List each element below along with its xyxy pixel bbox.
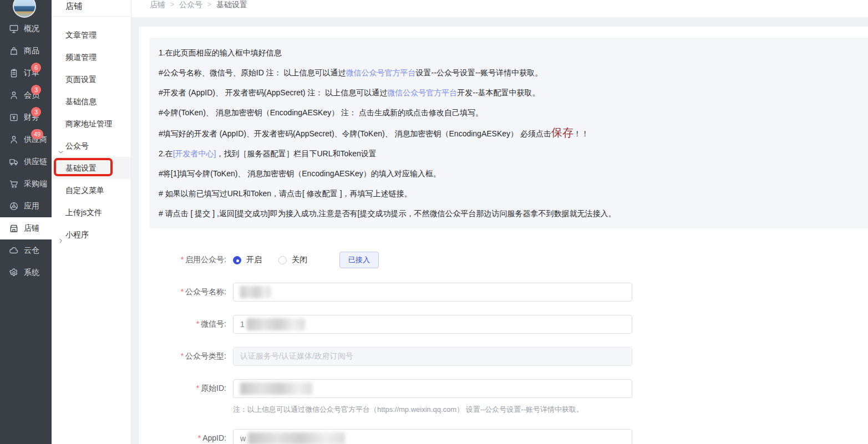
notification-badge: 6 (31, 63, 41, 73)
appid-value-prefix: w (240, 434, 246, 443)
original-id-redacted-value (240, 382, 312, 395)
radio-dot-icon (278, 256, 287, 264)
enable-official-account-label: *启用公众号: (139, 255, 226, 265)
official-account-type-label: *公众号类型: (139, 347, 226, 361)
sidebar-item-system[interactable]: 系统 (0, 262, 52, 284)
submenu-item-page-settings[interactable]: 页面设置 (52, 68, 131, 90)
sidebar-item-supply-chain[interactable]: 供应链 (0, 151, 52, 173)
instruction-line: # 请点击 [ 提交 ] ,返回[提交成功]即为接入成功,注意是否有[提交成功提… (159, 203, 855, 223)
instruction-line: #将[1]填写令牌(ToKen)、 消息加密密钥（EncodingAESKey）… (159, 164, 855, 183)
breadcrumb-item[interactable]: 店铺 (150, 0, 165, 9)
radio-label: 关闭 (292, 255, 307, 265)
instruction-link[interactable]: 微信公众号官方平台 (346, 68, 416, 77)
sidebar-item-procurement[interactable]: 采购端 (0, 173, 52, 195)
instruction-link[interactable]: [开发者中心] (173, 149, 216, 158)
sidebar-item-orders[interactable]: 订单6 (0, 62, 52, 84)
sidebar-item-label: 采购端 (24, 179, 47, 189)
form-row-official-account-name: *公众号名称: (139, 283, 868, 302)
instruction-text: 设置--公众号设置--账号详情中获取。 (416, 68, 543, 77)
wechat-id-input[interactable]: 1 (233, 315, 632, 334)
submenu-item-mini-program[interactable]: 小程序 (52, 223, 131, 246)
submenu-item-label: 文章管理 (65, 30, 97, 39)
sidebar-item-goods[interactable]: 商品 (0, 40, 52, 62)
instruction-text: # 请点击 [ 提交 ] ,返回[提交成功]即为接入成功,注意是否有[提交成功提… (159, 209, 616, 218)
sidebar-item-label: 概况 (24, 24, 39, 34)
radio-off[interactable]: 关闭 (278, 255, 307, 265)
breadcrumb: 店铺>公众号>基础设置 (150, 0, 868, 9)
required-asterisk: * (198, 433, 201, 442)
appid-input[interactable]: w (233, 429, 632, 444)
sidebar-item-suppliers[interactable]: 供应商49 (0, 129, 52, 151)
sidebar-item-overview[interactable]: 概况 (0, 18, 52, 40)
instruction-line: #令牌(ToKen)、 消息加密密钥（EncodingAESKey） 注： 点击… (159, 103, 855, 123)
submenu-item-official-account[interactable]: 公众号 (52, 135, 131, 157)
sidebar-item-apps[interactable]: 应用 (0, 195, 52, 217)
required-asterisk: * (196, 319, 199, 328)
wechat-id-label: *微信号: (139, 315, 226, 329)
apps-icon (9, 201, 19, 211)
breadcrumb-item[interactable]: 公众号 (179, 0, 202, 9)
sidebar-nav: 概况商品订单6会员3财务3供应商49供应链采购端应用店铺云仓系统 (0, 18, 52, 284)
official-account-name-input[interactable] (233, 283, 632, 302)
sidebar-item-label: 商品 (24, 46, 39, 56)
radio-on[interactable]: 开启 (233, 255, 262, 265)
avatar[interactable] (13, 0, 36, 18)
submenu-item-basic-info[interactable]: 基础信息 (52, 90, 131, 113)
connected-status-button[interactable]: 已接入 (339, 252, 379, 268)
submenu-item-custom-menu[interactable]: 自定义菜单 (52, 179, 131, 201)
supplier-icon (9, 135, 19, 145)
main-area: 店铺>公众号>基础设置 1.在此页面相应的输入框中填好信息#公众号名称、微信号、… (131, 0, 868, 444)
official-account-type-placeholder: 认证服务号/认证媒体/政府订阅号 (240, 351, 353, 361)
main-sidebar: 概况商品订单6会员3财务3供应商49供应链采购端应用店铺云仓系统 (0, 0, 52, 444)
submenu-item-label: 自定义菜单 (65, 186, 104, 195)
sidebar-item-members[interactable]: 会员3 (0, 84, 52, 106)
notification-badge: 3 (31, 107, 41, 117)
breadcrumb-separator-icon: > (170, 0, 174, 9)
submenu-item-upload-js[interactable]: 上传js文件 (52, 201, 131, 223)
notification-badge: 49 (31, 129, 43, 139)
wechat-id-value-prefix: 1 (240, 320, 245, 329)
sidebar-item-label: 供应链 (24, 157, 47, 167)
cloud-icon (9, 246, 19, 256)
wechat-id-redacted-value (247, 318, 305, 330)
instruction-text: #公众号名称、微信号、原始ID 注： 以上信息可以通过 (159, 68, 346, 77)
instruction-emphasis: 保存 (551, 126, 573, 139)
notification-badge: 3 (31, 85, 41, 95)
sidebar-item-shop[interactable]: 店铺 (0, 217, 52, 239)
submenu-item-label: 小程序 (65, 230, 89, 239)
submenu-title: 店铺 (52, 0, 131, 17)
sidebar-item-label: 店铺 (24, 223, 39, 233)
shop-submenu: 店铺 文章管理频道管理页面设置基础信息商家地址管理公众号基础设置自定义菜单上传j… (52, 0, 131, 444)
original-id-label: *原始ID: (139, 379, 226, 394)
appid-redacted-value (248, 432, 345, 444)
submenu-list: 文章管理频道管理页面设置基础信息商家地址管理公众号基础设置自定义菜单上传js文件… (52, 17, 131, 246)
sidebar-item-finance[interactable]: 财务3 (0, 106, 52, 129)
chevron-down-icon (57, 142, 64, 149)
original-id-note: 注：以上信息可以通过微信公众号官方平台（https://mp.weixin.qq… (233, 405, 632, 415)
orders-icon (9, 68, 19, 78)
required-asterisk: * (196, 384, 199, 392)
submenu-item-basic-settings[interactable]: 基础设置 (52, 157, 131, 179)
submenu-item-merchant-address[interactable]: 商家地址管理 (52, 113, 131, 135)
topbar: 店铺>公众号>基础设置 (131, 0, 868, 17)
instruction-link[interactable]: 微信公众号官方平台 (387, 88, 457, 97)
instruction-line: 1.在此页面相应的输入框中填好信息 (159, 43, 855, 63)
original-id-control: 注：以上信息可以通过微信公众号官方平台（https://mp.weixin.qq… (233, 379, 632, 429)
sidebar-item-cloud-warehouse[interactable]: 云仓 (0, 239, 52, 262)
submenu-item-channel-management[interactable]: 频道管理 (52, 46, 131, 68)
original-id-input[interactable] (233, 379, 632, 398)
field-rows: *公众号名称:*微信号:1*公众号类型:认证服务号/认证媒体/政府订阅号*原始I… (139, 283, 868, 444)
instruction-text: #开发者 (AppID)、 开发者密码(AppSecret) 注： 以上信息可以… (159, 88, 387, 97)
instruction-text: 开发--基本配置中获取。 (457, 88, 540, 97)
instructions-panel: 1.在此页面相应的输入框中填好信息#公众号名称、微信号、原始ID 注： 以上信息… (150, 38, 868, 228)
enable-official-account-control: 开启关闭 已接入 (233, 252, 379, 268)
submenu-item-label: 商家地址管理 (65, 119, 112, 128)
submenu-item-label: 频道管理 (65, 53, 97, 62)
required-asterisk: * (181, 287, 184, 296)
submenu-item-label: 页面设置 (65, 75, 97, 84)
wechat-id-control: 1 (233, 315, 632, 334)
settings-form: *启用公众号: 开启关闭 已接入 *公众号名称:*微信号:1*公众号类型:认证服… (139, 252, 868, 444)
supply-chain-icon (9, 157, 19, 167)
app-window: 概况商品订单6会员3财务3供应商49供应链采购端应用店铺云仓系统 店铺 文章管理… (0, 0, 868, 444)
submenu-item-article-management[interactable]: 文章管理 (52, 24, 131, 46)
